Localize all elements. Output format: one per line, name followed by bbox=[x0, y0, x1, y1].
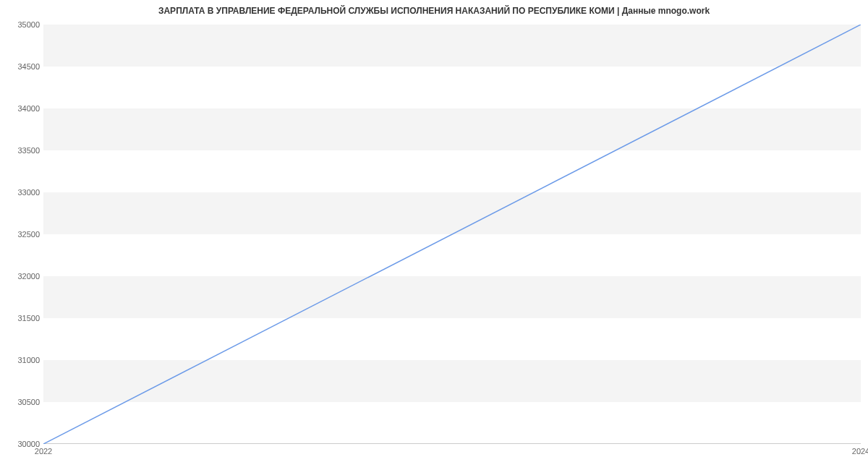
y-tick-label: 31500 bbox=[4, 314, 40, 322]
x-tick-label: 2024 bbox=[852, 447, 868, 456]
plot-area bbox=[43, 25, 861, 444]
y-tick-label: 32000 bbox=[4, 272, 40, 281]
chart-title: ЗАРПЛАТА В УПРАВЛЕНИЕ ФЕДЕРАЛЬНОЙ СЛУЖБЫ… bbox=[0, 6, 868, 16]
y-tick-label: 32500 bbox=[4, 230, 40, 239]
y-tick-label: 35000 bbox=[4, 20, 40, 29]
data-line bbox=[43, 25, 861, 444]
y-tick-label: 33000 bbox=[4, 188, 40, 197]
y-tick-label: 34500 bbox=[4, 62, 40, 71]
y-tick-label: 30500 bbox=[4, 398, 40, 406]
chart-container: ЗАРПЛАТА В УПРАВЛЕНИЕ ФЕДЕРАЛЬНОЙ СЛУЖБЫ… bbox=[0, 0, 868, 470]
y-tick-label: 33500 bbox=[4, 146, 40, 155]
x-tick-label: 2022 bbox=[35, 447, 52, 456]
line-series bbox=[43, 25, 861, 444]
y-tick-label: 31000 bbox=[4, 356, 40, 364]
y-tick-label: 34000 bbox=[4, 104, 40, 113]
